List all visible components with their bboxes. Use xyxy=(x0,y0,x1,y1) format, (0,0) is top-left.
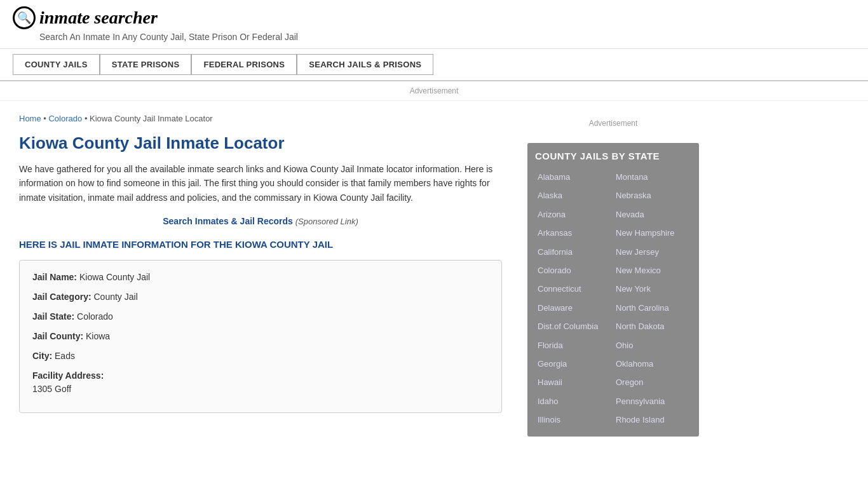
state-col-right: MontanaNebraskaNevadaNew HampshireNew Je… xyxy=(613,168,691,429)
state-link[interactable]: Oregon xyxy=(613,373,691,391)
logo-icon: 🔍 xyxy=(13,6,36,29)
state-link[interactable]: California xyxy=(535,243,613,261)
state-link[interactable]: Arkansas xyxy=(535,224,613,242)
state-link[interactable]: New Hampshire xyxy=(613,224,691,242)
main-layout: Home • Colorado • Kiowa County Jail Inma… xyxy=(0,101,868,449)
state-link[interactable]: Georgia xyxy=(535,355,613,373)
ad-banner: Advertisement xyxy=(0,81,868,101)
state-link[interactable]: New Mexico xyxy=(613,261,691,280)
info-row-jail-name: Jail Name: Kiowa County Jail xyxy=(32,271,489,284)
info-box: Jail Name: Kiowa County Jail Jail Catego… xyxy=(19,260,502,413)
sponsored-label-text: (Sponsored Link) xyxy=(295,217,358,226)
state-columns: AlabamaAlaskaArizonaArkansasCaliforniaCo… xyxy=(535,168,691,429)
state-col-left: AlabamaAlaskaArizonaArkansasCaliforniaCo… xyxy=(535,168,613,429)
state-link[interactable]: Dist.of Columbia xyxy=(535,317,613,336)
state-link[interactable]: Ohio xyxy=(613,336,691,355)
state-link[interactable]: Florida xyxy=(535,336,613,355)
address-value: 1305 Goff xyxy=(32,383,489,396)
nav-bar: COUNTY JAILS STATE PRISONS FEDERAL PRISO… xyxy=(0,49,868,81)
jail-name-val: Kiowa County Jail xyxy=(79,272,150,282)
state-link[interactable]: Montana xyxy=(613,168,691,186)
jail-county-label: Jail County: xyxy=(32,331,83,341)
logo-area: 🔍 inmate searcher xyxy=(13,6,855,29)
state-link[interactable]: Alaska xyxy=(535,186,613,205)
breadcrumb: Home • Colorado • Kiowa County Jail Inma… xyxy=(19,114,502,123)
header: 🔍 inmate searcher Search An Inmate In An… xyxy=(0,0,868,49)
tagline: Search An Inmate In Any County Jail, Sta… xyxy=(39,32,855,42)
jail-category-label: Jail Category: xyxy=(32,292,92,302)
state-link[interactable]: Pennsylvania xyxy=(613,392,691,410)
jail-state-value: Colorado xyxy=(77,311,113,322)
info-row-jail-state: Jail State: Colorado xyxy=(32,310,489,323)
logo-name: inmate searcher xyxy=(39,8,158,27)
breadcrumb-current: Kiowa County Jail Inmate Locator xyxy=(90,114,213,123)
info-row-city: City: Eads xyxy=(32,349,489,363)
jail-name-label: Jail Name: xyxy=(32,272,77,282)
info-row-jail-county: Jail County: Kiowa xyxy=(32,330,489,343)
page-title: Kiowa County Jail Inmate Locator xyxy=(19,133,502,153)
info-row-jail-category: Jail Category: County Jail xyxy=(32,290,489,304)
info-row-address: Facility Address: 1305 Goff xyxy=(32,369,489,396)
jail-county-value: Kiowa xyxy=(86,331,110,341)
city-value: Eads xyxy=(55,351,75,361)
section-heading: HERE IS JAIL INMATE INFORMATION FOR THE … xyxy=(19,239,502,250)
content-area: Home • Colorado • Kiowa County Jail Inma… xyxy=(0,101,521,449)
sponsored-link[interactable]: Search Inmates & Jail Records xyxy=(163,216,293,226)
state-link[interactable]: Arizona xyxy=(535,205,613,224)
state-link[interactable]: Hawaii xyxy=(535,373,613,391)
sidebar-ad: Advertisement xyxy=(527,114,699,133)
description: We have gathered for you all the availab… xyxy=(19,162,502,205)
nav-federal-prisons[interactable]: FEDERAL PRISONS xyxy=(191,54,297,75)
breadcrumb-home[interactable]: Home xyxy=(19,114,41,123)
state-link[interactable]: Illinois xyxy=(535,410,613,429)
state-link[interactable]: Nevada xyxy=(613,205,691,224)
breadcrumb-state[interactable]: Colorado xyxy=(48,114,82,123)
state-link[interactable]: Connecticut xyxy=(535,280,613,298)
state-link[interactable]: Idaho xyxy=(535,392,613,410)
state-link[interactable]: Colorado xyxy=(535,261,613,280)
state-link[interactable]: North Carolina xyxy=(613,299,691,317)
state-link[interactable]: New York xyxy=(613,280,691,298)
address-label: Facility Address: xyxy=(32,370,104,381)
jail-category-value: County Jail xyxy=(93,292,137,302)
nav-buttons: COUNTY JAILS STATE PRISONS FEDERAL PRISO… xyxy=(13,54,855,75)
jail-state-label: Jail State: xyxy=(32,311,74,322)
nav-county-jails[interactable]: COUNTY JAILS xyxy=(13,54,100,75)
city-label: City: xyxy=(32,351,52,361)
state-box: COUNTY JAILS BY STATE AlabamaAlaskaArizo… xyxy=(527,143,699,437)
logo-text: inmate searcher xyxy=(39,8,158,28)
breadcrumb-sep2: • xyxy=(85,114,90,123)
sidebar: Advertisement COUNTY JAILS BY STATE Alab… xyxy=(521,101,712,449)
state-link[interactable]: New Jersey xyxy=(613,243,691,261)
nav-state-prisons[interactable]: STATE PRISONS xyxy=(100,54,192,75)
state-link[interactable]: North Dakota xyxy=(613,317,691,336)
nav-search-jails[interactable]: SEARCH JAILS & PRISONS xyxy=(297,54,433,75)
state-link[interactable]: Alabama xyxy=(535,168,613,186)
state-box-title: COUNTY JAILS BY STATE xyxy=(535,151,691,161)
state-link[interactable]: Nebraska xyxy=(613,186,691,205)
sponsored-link-area: Search Inmates & Jail Records (Sponsored… xyxy=(19,216,502,226)
state-link[interactable]: Oklahoma xyxy=(613,355,691,373)
state-link[interactable]: Rhode Island xyxy=(613,410,691,429)
state-link[interactable]: Delaware xyxy=(535,299,613,317)
